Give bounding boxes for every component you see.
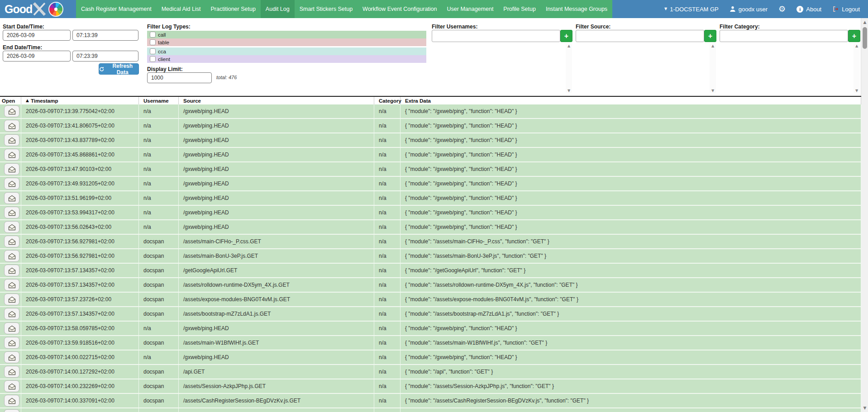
info-icon: i (796, 6, 803, 13)
nav-item-smart-stickers-setup[interactable]: Smart Stickers Setup (295, 0, 358, 18)
open-row-button[interactable] (4, 380, 19, 392)
open-row-button[interactable] (4, 294, 19, 305)
column-header-extra-data[interactable]: Extra Data (401, 97, 861, 104)
log-type-checkbox-cca[interactable] (150, 48, 156, 54)
open-row-button[interactable] (4, 105, 19, 117)
page-scrollbar[interactable]: ▲ ▼ (861, 18, 868, 412)
end-date-input[interactable] (3, 51, 71, 62)
open-row-button[interactable] (4, 308, 19, 320)
open-row-button[interactable] (4, 366, 19, 378)
open-envelope-icon (8, 340, 16, 346)
add-source-filter-button[interactable]: + (704, 30, 716, 42)
logout-button[interactable]: Logout (832, 6, 860, 13)
scroll-down-icon[interactable]: ▼ (855, 89, 858, 93)
column-header-username[interactable]: Username (139, 97, 179, 104)
scrollbar-thumb[interactable] (863, 27, 867, 49)
username-cell: n/a (139, 177, 179, 190)
column-header-source[interactable]: Source (179, 97, 374, 104)
open-row-button[interactable] (4, 221, 19, 233)
table-row: 2026-03-09T07:14:00.127292+02:00docspan/… (0, 365, 861, 379)
open-row-button[interactable] (4, 279, 19, 291)
open-row-button[interactable] (4, 250, 19, 262)
timestamp-cell: 2026-03-09T07:13:59.918516+02:00 (21, 336, 139, 350)
settings-button[interactable]: ⚙ (778, 5, 786, 13)
start-time-input[interactable] (72, 30, 138, 41)
scroll-up-icon[interactable]: ▲ (711, 44, 714, 48)
nav-item-practitioner-setup[interactable]: Practitioner Setup (206, 0, 261, 18)
open-cell (0, 148, 21, 161)
table-row: 2026-03-09T07:13:56.02643+02:00n/a/gxweb… (0, 220, 861, 235)
filter-category-input[interactable] (720, 30, 848, 42)
nav-item-cash-register-management[interactable]: Cash Register Management (76, 0, 157, 18)
open-cell (0, 177, 21, 190)
display-limit-input[interactable] (147, 72, 212, 83)
open-envelope-icon (8, 311, 16, 317)
source-cell: /gxweb/ping.HEAD (179, 206, 374, 219)
username-cell: docspan (139, 307, 179, 321)
timestamp-cell: 2026-03-09T07:13:41.806075+02:00 (21, 119, 139, 133)
source-cell: /gxweb/ping.HEAD (179, 350, 374, 364)
table-row: 2026-03-09T07:13:57.134357+02:00docspan/… (0, 278, 861, 293)
user-menu[interactable]: goodx user (730, 6, 768, 13)
open-row-button[interactable] (4, 236, 19, 247)
open-row-button[interactable] (4, 207, 19, 218)
extra-data-cell: { "module": "/gxweb/ping", "function": "… (401, 162, 861, 176)
scroll-up-icon[interactable]: ▲ (861, 20, 868, 24)
brand-logo[interactable]: Good (0, 0, 73, 18)
nav-item-medical-aid-list[interactable]: Medical Aid List (157, 0, 206, 18)
usernames-list-scrollbar[interactable]: ▲ ▼ (566, 44, 572, 93)
open-row-button[interactable] (4, 409, 19, 412)
nav-item-user-management[interactable]: User Management (442, 0, 499, 18)
column-header-timestamp[interactable]: ▲ Timestamp (21, 97, 139, 104)
column-header-open[interactable]: Open (0, 97, 21, 104)
extra-data-cell: { "module": "/gxweb/ping", "function": "… (401, 104, 861, 118)
log-type-checkbox-table[interactable] (150, 39, 156, 45)
extra-data-cell: { "module": "/gxweb/ping", "function": "… (401, 350, 861, 364)
scroll-down-icon[interactable]: ▼ (568, 89, 570, 93)
open-row-button[interactable] (4, 134, 19, 146)
add-username-filter-button[interactable]: + (560, 30, 572, 42)
column-header-category[interactable]: Category (374, 97, 401, 104)
open-row-button[interactable] (4, 192, 19, 204)
open-envelope-icon (8, 195, 16, 202)
refresh-data-button[interactable]: Refresh Data (99, 63, 139, 75)
start-date-input[interactable] (3, 30, 71, 41)
open-envelope-icon (8, 238, 16, 245)
start-datetime-label: Start Date/Time: (3, 24, 44, 30)
category-cell: n/a (374, 162, 401, 176)
end-time-input[interactable] (72, 51, 138, 62)
open-row-button[interactable] (4, 120, 19, 132)
filter-usernames-input[interactable] (432, 30, 560, 42)
nav-item-audit-log[interactable]: Audit Log (261, 0, 295, 18)
nav-item-workflow-event-configuration[interactable]: Workflow Event Configuration (358, 0, 442, 18)
about-button[interactable]: i About (796, 6, 821, 13)
open-row-button[interactable] (4, 178, 19, 189)
nav-item-instant-message-groups[interactable]: Instant Message Groups (541, 0, 612, 18)
table-header: Open ▲ Timestamp Username Source Categor… (0, 97, 861, 104)
open-cell (0, 191, 21, 205)
category-cell: n/a (374, 235, 401, 248)
filter-source-input[interactable] (576, 30, 704, 42)
nav-item-profile-setup[interactable]: Profile Setup (498, 0, 541, 18)
scroll-down-icon[interactable]: ▼ (711, 89, 714, 93)
extra-data-cell: { "module": "/assets/bootstrap-mZ7zLdA1.… (401, 307, 861, 321)
log-type-checkbox-call[interactable] (150, 32, 156, 38)
open-envelope-icon (8, 267, 16, 274)
scroll-down-icon[interactable]: ▼ (861, 406, 868, 410)
log-type-checkbox-client[interactable] (150, 56, 156, 62)
practice-selector[interactable]: ▼ 1-DOCSTEAM GP (664, 6, 719, 13)
category-list-scrollbar[interactable]: ▲ ▼ (854, 44, 860, 93)
scroll-up-icon[interactable]: ▲ (855, 44, 858, 48)
category-cell: n/a (374, 350, 401, 364)
open-row-button[interactable] (4, 149, 19, 161)
scroll-up-icon[interactable]: ▲ (568, 44, 570, 48)
open-cell (0, 206, 21, 219)
open-row-button[interactable] (4, 337, 19, 349)
open-row-button[interactable] (4, 351, 19, 363)
source-list-scrollbar[interactable]: ▲ ▼ (710, 44, 716, 93)
open-row-button[interactable] (4, 163, 19, 175)
open-row-button[interactable] (4, 265, 19, 276)
add-category-filter-button[interactable]: + (848, 30, 860, 42)
open-row-button[interactable] (4, 322, 19, 334)
open-row-button[interactable] (4, 395, 19, 407)
